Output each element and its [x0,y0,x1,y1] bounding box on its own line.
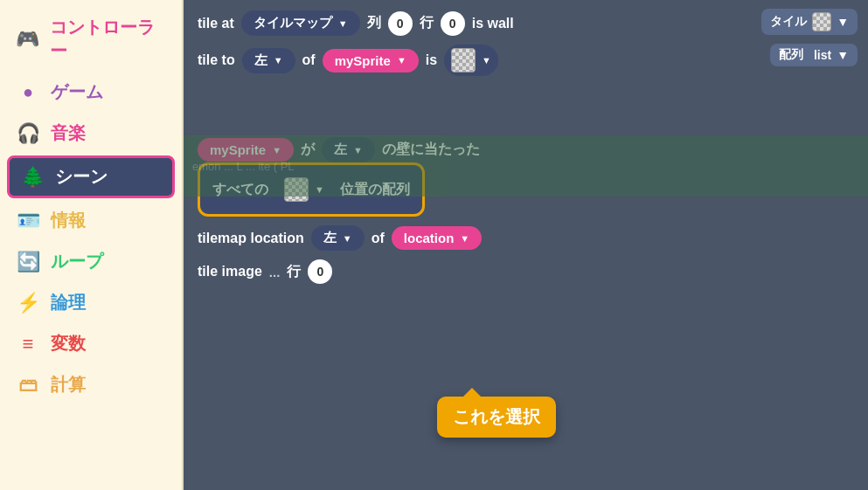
sidebar-item-calc[interactable]: 🗃 計算 [0,364,182,405]
scene-icon: 🌲 [20,166,45,189]
sidebar-item-loop[interactable]: 🔄 ループ [0,241,182,282]
block-text-is-row2: is [426,52,437,68]
sidebar-item-music[interactable]: 🎧 音楽 [0,113,182,154]
info-icon: 🪪 [16,210,40,232]
tile-dropdown-right-arrow[interactable]: ▼ [837,15,849,29]
block-text-tile-to: tile to [198,52,235,68]
sidebar-item-controller[interactable]: 🎮 コントローラー [0,7,182,72]
variable-icon: ≡ [16,333,40,355]
sidebar-item-label-info: 情報 [51,209,86,232]
tile-right-label: タイル ▼ [761,9,858,35]
block-row-6: tile image ... 行 0 [198,259,854,284]
sidebar-item-label-variable: 変数 [51,332,86,355]
block-text-is-wall: is wall [472,16,514,31]
loop-icon: 🔄 [16,251,40,273]
tile-checkerboard-row2 [451,48,476,72]
direction-dropdown-row5[interactable]: 左 ▼ [311,225,365,251]
location-arrow-icon-row5: ▼ [460,233,469,244]
block-text-tile-at: tile at [198,16,234,31]
block-text-tilemap-location: tilemap location [198,231,304,246]
list-dropdown-right-arrow[interactable]: ▼ [837,48,849,62]
sidebar-item-game[interactable]: ● ゲーム [0,72,182,113]
game-background: emon ... L ... ite ( PL [184,135,868,197]
block-text-of-row2: of [302,52,316,68]
sidebar-item-label-scene: シーン [55,165,108,189]
tooltip-text: これを選択 [453,407,540,426]
tile-checkerboard-right [812,12,831,31]
sidebar-item-logic[interactable]: ⚡ 論理 [0,282,182,323]
block-text-tile-image: tile image [198,264,262,280]
row-value-badge[interactable]: 0 [441,11,465,36]
direction-arrow-icon-row5: ▼ [343,233,352,244]
block-row-2: tile to 左 ▼ of mySprite ▼ is ▼ [198,45,854,76]
sidebar-item-variable[interactable]: ≡ 変数 [0,323,182,364]
sidebar-item-label-loop: ループ [51,250,103,273]
block-row-5: tilemap location 左 ▼ of location ▼ [198,225,854,251]
sidebar-item-scene[interactable]: 🌲 シーン [7,155,175,198]
sidebar-item-label-logic: 論理 [51,291,86,314]
sprite-dropdown-row2[interactable]: mySprite ▼ [323,49,419,72]
block-text-of-row5: of [372,231,385,246]
row-value-badge-row6[interactable]: 0 [308,259,332,284]
block-text-row: 行 [420,14,434,32]
block-row-1: tile at タイルマップ ▼ 列 0 行 0 is wall [198,10,854,36]
sidebar: 🎮 コントローラー ● ゲーム 🎧 音楽 🌲 シーン 🪪 情報 🔄 ループ ⚡ … [0,0,184,490]
sidebar-item-label-calc: 計算 [51,373,86,397]
main-area: tile at タイルマップ ▼ 列 0 行 0 is wall tile to… [184,0,868,490]
location-dropdown-row5[interactable]: location ▼ [392,226,482,250]
game-icon: ● [16,82,40,102]
tile-arrow-icon-row2: ▼ [482,55,491,66]
right-panel: タイル ▼ 配列 list ▼ [761,9,858,66]
col-value-badge[interactable]: 0 [388,11,413,36]
block-text-ellipsis: ... [269,265,281,280]
sprite-arrow-icon: ▼ [397,55,406,66]
tilemap-dropdown[interactable]: タイルマップ ▼ [241,10,360,36]
music-icon: 🎧 [16,122,40,145]
array-right-label: 配列 list ▼ [770,44,858,66]
calc-icon: 🗃 [16,374,40,397]
sidebar-item-info[interactable]: 🪪 情報 [0,200,182,241]
tile-image-dropdown-row2[interactable]: ▼ [444,45,498,76]
logic-icon: ⚡ [16,292,40,314]
sidebar-item-label-controller: コントローラー [50,16,166,63]
tilemap-arrow-icon: ▼ [338,18,348,29]
sidebar-item-label-music: 音楽 [51,121,86,145]
sidebar-item-label-game: ゲーム [51,80,103,104]
controller-icon: 🎮 [16,28,39,51]
direction-dropdown-row2[interactable]: 左 ▼ [242,48,295,73]
direction-arrow-icon: ▼ [274,55,283,66]
block-text-col: 列 [367,14,381,32]
tooltip: これを選択 [437,397,556,438]
block-text-row-label-row6: 行 [287,263,301,281]
